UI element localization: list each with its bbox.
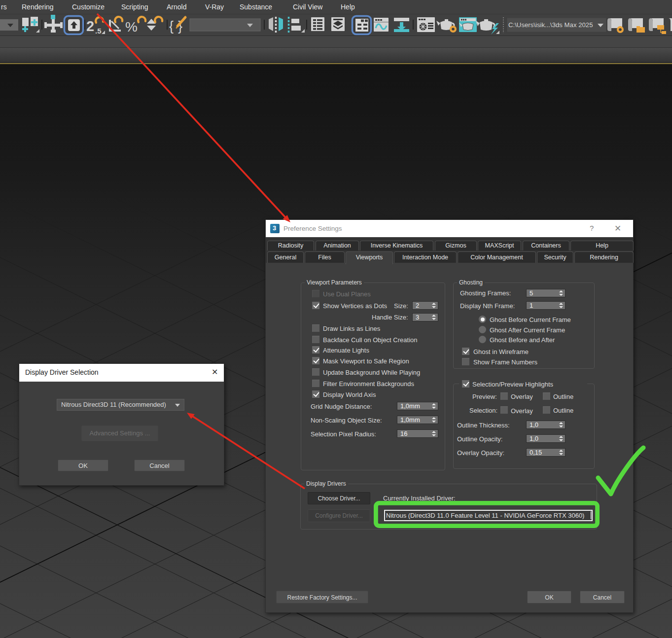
svg-text:C:\Users\isik...\3ds Max 2025: C:\Users\isik...\3ds Max 2025: [508, 21, 593, 29]
svg-text:.5: .5: [95, 27, 102, 35]
svg-text:%: %: [125, 19, 138, 35]
svg-text:2: 2: [86, 18, 94, 34]
svg-text:{: {: [169, 19, 174, 34]
